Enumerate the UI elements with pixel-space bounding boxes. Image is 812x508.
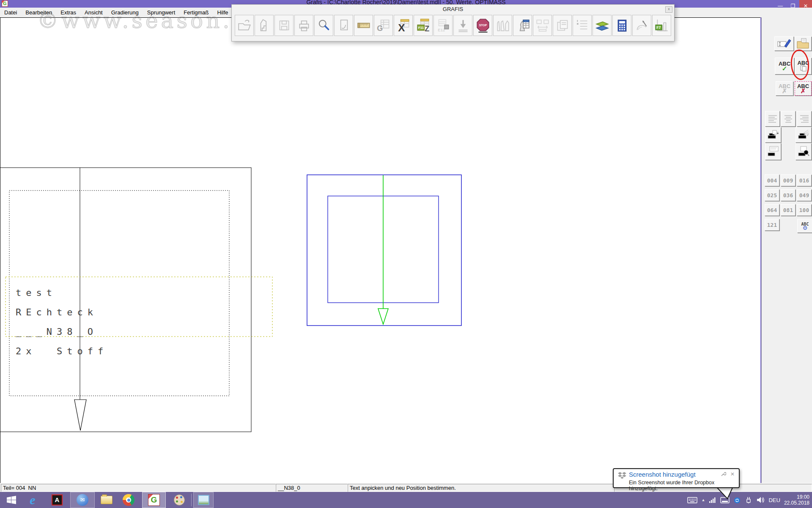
touch-keyboard-icon[interactable] [687, 496, 698, 504]
menu-bearbeiten[interactable]: Bearbeiten [21, 9, 56, 16]
dropbox-notification[interactable]: Screenshot hinzugefügt Ein Screenshot wu… [613, 468, 740, 488]
text-edit-button[interactable] [774, 36, 794, 51]
print-textbox-button[interactable] [765, 143, 781, 160]
chrome-icon [123, 494, 134, 506]
size-button-016[interactable]: 016 [797, 174, 812, 186]
align-left-button[interactable] [765, 111, 780, 127]
zoom-button[interactable] [314, 15, 333, 36]
size-button-036[interactable]: 036 [781, 189, 796, 201]
taskbar-chrome[interactable] [119, 492, 138, 508]
align-left-icon [767, 113, 778, 124]
abc-delete-button[interactable]: ABC ✗ [795, 81, 812, 96]
size-button-081[interactable]: 081 [781, 204, 796, 216]
tray-expand-chevron[interactable]: ▲ [702, 498, 705, 502]
taskbar-thunderbird[interactable]: ✉ [70, 492, 95, 508]
size-button-049[interactable]: 049 [797, 189, 812, 201]
align-center-button[interactable] [781, 111, 796, 127]
notification-settings-icon[interactable] [721, 471, 726, 477]
f11-z-table-button[interactable]: F11Z [414, 15, 433, 36]
mannequin-size-table-button[interactable] [513, 15, 532, 36]
drawing-canvas[interactable]: test REchteck ___N38_O 2x Stoff [0, 17, 760, 483]
x-icon: ✗ [782, 88, 787, 94]
menu-sprungwert[interactable]: Sprungwert [143, 9, 179, 16]
taskbar-paint[interactable] [169, 492, 189, 508]
menu-datei[interactable]: Datei [0, 9, 21, 16]
taskbar-screenshot-tool[interactable] [193, 492, 214, 508]
menu-extras[interactable]: Extras [56, 9, 80, 16]
numbered-list-button[interactable] [573, 15, 592, 36]
calculator-button[interactable] [612, 15, 631, 36]
grafis-toolbar-close[interactable]: x [665, 6, 672, 13]
measure-tape-button[interactable] [354, 15, 373, 36]
print-arrow-button[interactable] [765, 127, 781, 143]
svg-text:X: X [398, 22, 405, 33]
print-arrow-icon [767, 129, 779, 141]
abc-gear-button[interactable]: ABC ⚙ [797, 219, 812, 233]
taskbar-grafis[interactable]: G [142, 492, 166, 508]
insert-mark-button[interactable] [453, 15, 472, 36]
taskbar-file-explorer[interactable] [96, 492, 118, 508]
thunderbird-icon: ✉ [77, 494, 88, 506]
size-button-064[interactable]: 064 [765, 204, 779, 216]
menu-ansicht[interactable]: Ansicht [80, 9, 107, 16]
pattern-text-line2: REchteck [16, 307, 98, 318]
text-edit-icon [777, 38, 791, 50]
delete-table-button[interactable]: X [394, 15, 413, 36]
volume-icon[interactable] [756, 496, 765, 504]
windows-logo-icon [6, 494, 17, 505]
power-plug-icon[interactable] [745, 496, 752, 504]
open-text-folder-button[interactable] [795, 36, 812, 51]
menu-gradierung[interactable]: Gradierung [107, 9, 143, 16]
print-spray-icon [797, 129, 810, 141]
calculator-icon [614, 17, 630, 34]
pattern-text-line3: ___N38_O [16, 326, 98, 337]
copy-sheets-button[interactable] [553, 15, 572, 36]
save-button[interactable] [274, 15, 294, 36]
language-indicator[interactable]: DEU [768, 497, 780, 503]
open-model-button[interactable] [235, 15, 254, 36]
clock-date: 22.05.2018 [784, 500, 809, 506]
production-sheets-button[interactable] [593, 15, 612, 36]
grafis-toolbar-window[interactable]: GRAFIS x G X F11Z E12 STOP F7 [231, 4, 675, 41]
taskbar-internet-explorer[interactable]: e [23, 492, 42, 508]
numbered-list-icon [574, 17, 590, 34]
abc-disabled-button: ABC ✗ [776, 81, 793, 96]
copy-sheets-icon [554, 17, 571, 34]
pattern-text-block[interactable]: test REchteck ___N38_O 2x Stoff [16, 288, 108, 356]
stop-button[interactable]: STOP [473, 15, 492, 36]
align-right-button[interactable] [797, 111, 812, 127]
taskbar-acrobat[interactable]: A [47, 492, 67, 508]
pattern-text-line4: 2x Stoff [16, 346, 108, 356]
menu-fertigma[interactable]: Fertigmaß [179, 9, 213, 16]
status-grading: __N38_0 [276, 484, 348, 492]
size-button-121[interactable]: 121 [765, 219, 779, 231]
taskbar: e A ✉ G ▲ [0, 492, 812, 508]
print-button[interactable] [294, 15, 313, 36]
start-button[interactable] [3, 492, 20, 508]
gradation-table-button[interactable]: G [374, 15, 393, 36]
print-magnifier-button[interactable] [796, 143, 812, 160]
pieces-overview-button[interactable] [493, 15, 512, 36]
f7-measurement-chart-button[interactable]: F7 [652, 15, 671, 36]
size-button-009[interactable]: 009 [781, 174, 796, 186]
close-button[interactable]: ✕ [799, 0, 812, 8]
interactive-modify-button[interactable] [632, 15, 651, 36]
interactive-modify-icon [634, 17, 650, 34]
gradation-table-icon: G [376, 17, 392, 34]
taskbar-clock[interactable]: 19:00 22.05.2018 [784, 494, 809, 506]
maximize-button[interactable]: ❐ [787, 0, 799, 8]
pattern-shapes [0, 18, 761, 483]
minimize-button[interactable]: — [774, 0, 787, 8]
piece-button[interactable] [255, 15, 274, 36]
check-icon: ✓ [782, 66, 787, 71]
size-button-025[interactable]: 025 [765, 189, 779, 201]
measurement-diagram-button[interactable] [533, 15, 552, 36]
size-button-100[interactable]: 100 [797, 204, 812, 216]
zoom-icon [316, 17, 332, 34]
menu-hilfe[interactable]: Hilfe [213, 9, 233, 16]
e12-table-button[interactable]: E12 [433, 15, 453, 36]
print-spray-button[interactable] [796, 127, 812, 143]
notification-close-icon[interactable]: ✕ [730, 471, 735, 477]
size-button-004[interactable]: 004 [765, 174, 779, 186]
sheet-preview-button[interactable] [334, 15, 353, 36]
